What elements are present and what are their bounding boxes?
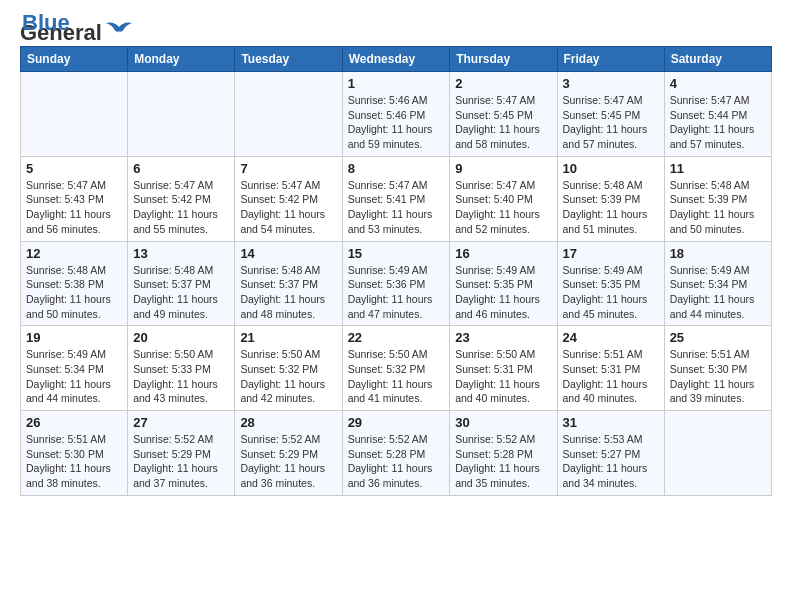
day-number: 7 <box>240 161 336 176</box>
day-info: Sunrise: 5:52 AM Sunset: 5:28 PM Dayligh… <box>348 432 445 491</box>
day-number: 6 <box>133 161 229 176</box>
day-number: 4 <box>670 76 766 91</box>
calendar-cell: 27Sunrise: 5:52 AM Sunset: 5:29 PM Dayli… <box>128 411 235 496</box>
day-number: 10 <box>563 161 659 176</box>
day-number: 5 <box>26 161 122 176</box>
day-info: Sunrise: 5:47 AM Sunset: 5:42 PM Dayligh… <box>133 178 229 237</box>
day-number: 1 <box>348 76 445 91</box>
day-number: 9 <box>455 161 551 176</box>
day-number: 27 <box>133 415 229 430</box>
calendar-cell: 28Sunrise: 5:52 AM Sunset: 5:29 PM Dayli… <box>235 411 342 496</box>
calendar-cell: 7Sunrise: 5:47 AM Sunset: 5:42 PM Daylig… <box>235 156 342 241</box>
calendar-cell: 13Sunrise: 5:48 AM Sunset: 5:37 PM Dayli… <box>128 241 235 326</box>
calendar-cell: 5Sunrise: 5:47 AM Sunset: 5:43 PM Daylig… <box>21 156 128 241</box>
calendar-cell: 8Sunrise: 5:47 AM Sunset: 5:41 PM Daylig… <box>342 156 450 241</box>
day-number: 17 <box>563 246 659 261</box>
day-info: Sunrise: 5:47 AM Sunset: 5:43 PM Dayligh… <box>26 178 122 237</box>
day-info: Sunrise: 5:48 AM Sunset: 5:37 PM Dayligh… <box>240 263 336 322</box>
day-info: Sunrise: 5:47 AM Sunset: 5:45 PM Dayligh… <box>455 93 551 152</box>
day-number: 30 <box>455 415 551 430</box>
calendar-header-monday: Monday <box>128 47 235 72</box>
calendar-cell: 18Sunrise: 5:49 AM Sunset: 5:34 PM Dayli… <box>664 241 771 326</box>
day-info: Sunrise: 5:49 AM Sunset: 5:35 PM Dayligh… <box>455 263 551 322</box>
day-number: 3 <box>563 76 659 91</box>
day-number: 31 <box>563 415 659 430</box>
calendar-cell <box>21 72 128 157</box>
day-info: Sunrise: 5:47 AM Sunset: 5:45 PM Dayligh… <box>563 93 659 152</box>
logo-bird-icon <box>104 19 134 39</box>
day-info: Sunrise: 5:48 AM Sunset: 5:39 PM Dayligh… <box>563 178 659 237</box>
calendar-cell <box>235 72 342 157</box>
day-number: 24 <box>563 330 659 345</box>
day-info: Sunrise: 5:50 AM Sunset: 5:32 PM Dayligh… <box>240 347 336 406</box>
calendar-cell: 2Sunrise: 5:47 AM Sunset: 5:45 PM Daylig… <box>450 72 557 157</box>
day-number: 16 <box>455 246 551 261</box>
calendar-cell: 24Sunrise: 5:51 AM Sunset: 5:31 PM Dayli… <box>557 326 664 411</box>
day-info: Sunrise: 5:53 AM Sunset: 5:27 PM Dayligh… <box>563 432 659 491</box>
calendar-cell: 25Sunrise: 5:51 AM Sunset: 5:30 PM Dayli… <box>664 326 771 411</box>
page-header: General Blue <box>20 20 772 36</box>
calendar-week-row: 1Sunrise: 5:46 AM Sunset: 5:46 PM Daylig… <box>21 72 772 157</box>
calendar-cell: 14Sunrise: 5:48 AM Sunset: 5:37 PM Dayli… <box>235 241 342 326</box>
day-info: Sunrise: 5:52 AM Sunset: 5:29 PM Dayligh… <box>133 432 229 491</box>
calendar-cell: 23Sunrise: 5:50 AM Sunset: 5:31 PM Dayli… <box>450 326 557 411</box>
calendar-cell: 10Sunrise: 5:48 AM Sunset: 5:39 PM Dayli… <box>557 156 664 241</box>
calendar-cell: 15Sunrise: 5:49 AM Sunset: 5:36 PM Dayli… <box>342 241 450 326</box>
calendar-cell: 21Sunrise: 5:50 AM Sunset: 5:32 PM Dayli… <box>235 326 342 411</box>
calendar-cell: 4Sunrise: 5:47 AM Sunset: 5:44 PM Daylig… <box>664 72 771 157</box>
day-info: Sunrise: 5:51 AM Sunset: 5:31 PM Dayligh… <box>563 347 659 406</box>
day-number: 18 <box>670 246 766 261</box>
calendar-week-row: 12Sunrise: 5:48 AM Sunset: 5:38 PM Dayli… <box>21 241 772 326</box>
calendar-cell: 9Sunrise: 5:47 AM Sunset: 5:40 PM Daylig… <box>450 156 557 241</box>
day-number: 12 <box>26 246 122 261</box>
calendar-cell: 17Sunrise: 5:49 AM Sunset: 5:35 PM Dayli… <box>557 241 664 326</box>
calendar-cell: 30Sunrise: 5:52 AM Sunset: 5:28 PM Dayli… <box>450 411 557 496</box>
day-number: 15 <box>348 246 445 261</box>
calendar-header-thursday: Thursday <box>450 47 557 72</box>
day-info: Sunrise: 5:49 AM Sunset: 5:35 PM Dayligh… <box>563 263 659 322</box>
calendar-cell: 26Sunrise: 5:51 AM Sunset: 5:30 PM Dayli… <box>21 411 128 496</box>
calendar-header-tuesday: Tuesday <box>235 47 342 72</box>
calendar-cell <box>128 72 235 157</box>
day-number: 29 <box>348 415 445 430</box>
day-info: Sunrise: 5:52 AM Sunset: 5:28 PM Dayligh… <box>455 432 551 491</box>
calendar-cell: 31Sunrise: 5:53 AM Sunset: 5:27 PM Dayli… <box>557 411 664 496</box>
day-info: Sunrise: 5:50 AM Sunset: 5:33 PM Dayligh… <box>133 347 229 406</box>
logo: General Blue <box>20 20 134 36</box>
day-number: 28 <box>240 415 336 430</box>
calendar-week-row: 19Sunrise: 5:49 AM Sunset: 5:34 PM Dayli… <box>21 326 772 411</box>
day-number: 25 <box>670 330 766 345</box>
day-number: 19 <box>26 330 122 345</box>
day-info: Sunrise: 5:48 AM Sunset: 5:39 PM Dayligh… <box>670 178 766 237</box>
calendar-header-saturday: Saturday <box>664 47 771 72</box>
day-number: 2 <box>455 76 551 91</box>
calendar-cell: 3Sunrise: 5:47 AM Sunset: 5:45 PM Daylig… <box>557 72 664 157</box>
calendar-week-row: 26Sunrise: 5:51 AM Sunset: 5:30 PM Dayli… <box>21 411 772 496</box>
calendar-cell: 12Sunrise: 5:48 AM Sunset: 5:38 PM Dayli… <box>21 241 128 326</box>
calendar-cell: 1Sunrise: 5:46 AM Sunset: 5:46 PM Daylig… <box>342 72 450 157</box>
day-info: Sunrise: 5:51 AM Sunset: 5:30 PM Dayligh… <box>670 347 766 406</box>
logo-blue-text: Blue <box>20 10 70 36</box>
day-info: Sunrise: 5:51 AM Sunset: 5:30 PM Dayligh… <box>26 432 122 491</box>
calendar-cell: 16Sunrise: 5:49 AM Sunset: 5:35 PM Dayli… <box>450 241 557 326</box>
day-info: Sunrise: 5:49 AM Sunset: 5:34 PM Dayligh… <box>670 263 766 322</box>
day-info: Sunrise: 5:52 AM Sunset: 5:29 PM Dayligh… <box>240 432 336 491</box>
day-info: Sunrise: 5:47 AM Sunset: 5:42 PM Dayligh… <box>240 178 336 237</box>
calendar-week-row: 5Sunrise: 5:47 AM Sunset: 5:43 PM Daylig… <box>21 156 772 241</box>
day-info: Sunrise: 5:48 AM Sunset: 5:37 PM Dayligh… <box>133 263 229 322</box>
calendar-cell: 22Sunrise: 5:50 AM Sunset: 5:32 PM Dayli… <box>342 326 450 411</box>
day-info: Sunrise: 5:47 AM Sunset: 5:40 PM Dayligh… <box>455 178 551 237</box>
day-number: 23 <box>455 330 551 345</box>
day-number: 22 <box>348 330 445 345</box>
day-number: 11 <box>670 161 766 176</box>
day-info: Sunrise: 5:48 AM Sunset: 5:38 PM Dayligh… <box>26 263 122 322</box>
day-number: 14 <box>240 246 336 261</box>
calendar-table: SundayMondayTuesdayWednesdayThursdayFrid… <box>20 46 772 496</box>
day-info: Sunrise: 5:49 AM Sunset: 5:34 PM Dayligh… <box>26 347 122 406</box>
calendar-cell: 19Sunrise: 5:49 AM Sunset: 5:34 PM Dayli… <box>21 326 128 411</box>
calendar-header-sunday: Sunday <box>21 47 128 72</box>
calendar-cell: 6Sunrise: 5:47 AM Sunset: 5:42 PM Daylig… <box>128 156 235 241</box>
calendar-cell: 29Sunrise: 5:52 AM Sunset: 5:28 PM Dayli… <box>342 411 450 496</box>
day-number: 26 <box>26 415 122 430</box>
day-info: Sunrise: 5:50 AM Sunset: 5:32 PM Dayligh… <box>348 347 445 406</box>
